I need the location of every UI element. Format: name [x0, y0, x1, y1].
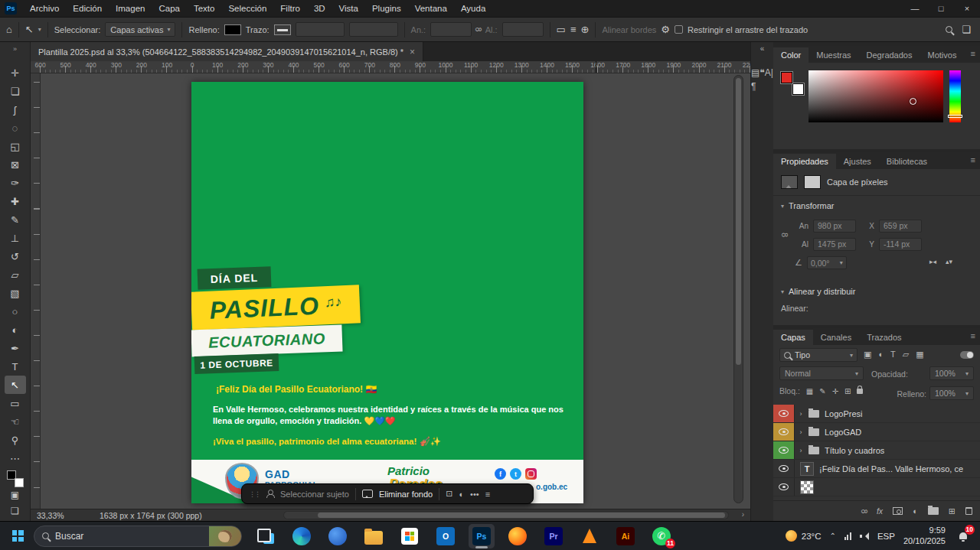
transform-section-header[interactable]: ▾ Transformar — [781, 201, 835, 210]
lock-artboard-icon[interactable]: ⊞ — [844, 387, 851, 395]
lock-all-icon[interactable] — [857, 389, 863, 394]
layer-name[interactable]: ¡Feliz Día del Pas... Valle Hermoso, ce — [819, 464, 963, 474]
eye-icon[interactable] — [779, 428, 789, 435]
flip-vertical-icon[interactable]: ▴▾ — [946, 258, 952, 265]
task-view-button[interactable] — [253, 524, 279, 548]
eye-icon[interactable] — [779, 447, 789, 454]
panel-tab[interactable]: Muestras — [808, 47, 858, 63]
paragraph-panel-icon[interactable]: ¶ — [751, 81, 756, 92]
taskbar-app-outlook[interactable]: O — [433, 524, 459, 548]
stroke-swatch[interactable] — [274, 24, 291, 35]
pen-tool[interactable]: ✒ — [5, 339, 26, 357]
language-indicator[interactable]: ESP — [877, 532, 895, 541]
document-canvas[interactable]: DÍA DEL PASILLO ♫♪ ECUATORIANO 1 DE OCTU… — [191, 82, 583, 503]
eyedropper-tool[interactable]: ✑ — [5, 174, 26, 192]
type-tool[interactable]: T — [5, 357, 26, 376]
panel-menu-icon[interactable]: ≡ — [971, 331, 975, 340]
layer-name[interactable]: LogoGAD — [825, 428, 861, 437]
current-tool-icon[interactable]: ↖ — [25, 24, 34, 35]
panel-tab[interactable]: Trazados — [859, 330, 909, 345]
menu-item[interactable]: Texto — [187, 0, 222, 17]
link-dimensions-icon[interactable]: 8 — [474, 28, 482, 32]
panel-menu-icon[interactable]: ≡ — [971, 49, 975, 58]
properties-sliders-icon[interactable]: ≡ — [485, 490, 490, 499]
menu-item[interactable]: Capa — [152, 0, 187, 17]
link-layers-icon[interactable]: 8 — [861, 509, 869, 513]
character-panel-icon[interactable]: A| — [765, 67, 773, 78]
menu-item[interactable]: Filtro — [273, 0, 307, 17]
expand-group-icon[interactable]: › — [795, 428, 807, 436]
transform-icon[interactable]: ⊡ — [446, 489, 452, 499]
move-tool[interactable]: ✛ — [5, 63, 26, 82]
drag-handle-icon[interactable]: ⋮⋮ — [249, 490, 260, 498]
panel-tab[interactable]: Ajustes — [836, 154, 879, 169]
layer-row[interactable]: › T LogoPresi — [773, 405, 980, 423]
search-icon[interactable] — [946, 26, 952, 33]
filter-smart-object-icon[interactable]: ▦ — [916, 350, 923, 360]
rectangle-tool[interactable]: ▭ — [5, 394, 26, 412]
menu-item[interactable]: Archivo — [23, 0, 66, 17]
vertical-scrollbar[interactable] — [733, 75, 743, 503]
quick-mask-icon[interactable]: ▣ — [11, 490, 19, 503]
blend-mode-dropdown[interactable]: Normal ▾ — [779, 366, 864, 380]
search-highlight-image[interactable] — [209, 526, 241, 547]
link-dimensions-icon[interactable]: 8 — [780, 233, 789, 237]
dimension-field[interactable]: 1475 px — [813, 238, 856, 251]
panel-tab[interactable]: Color — [773, 47, 808, 63]
opacity-field[interactable]: 100% ▾ — [929, 366, 974, 380]
menu-item[interactable]: 3D — [307, 0, 332, 17]
taskbar-app-whatsapp[interactable]: ✆ 11 — [648, 524, 675, 548]
select-mode-dropdown[interactable]: Capas activas ▾ — [105, 22, 175, 37]
gradient-tool[interactable]: ▧ — [5, 284, 26, 302]
align-section-header[interactable]: ▾ Alinear y distribuir — [781, 287, 855, 296]
menu-item[interactable]: Ayuda — [454, 0, 492, 17]
taskbar-search[interactable]: Buscar — [34, 526, 242, 547]
filter-shape-icon[interactable]: ▱ — [903, 350, 909, 360]
notification-center[interactable]: 10 — [954, 527, 972, 545]
foreground-background-swatches[interactable] — [7, 470, 24, 487]
zoom-tool[interactable]: ⚲ — [5, 431, 26, 449]
saturation-value-field[interactable] — [808, 70, 943, 122]
gear-icon[interactable]: ⚙ — [661, 24, 670, 35]
panel-tab[interactable]: Propiedades — [773, 154, 836, 169]
visibility-well[interactable] — [773, 478, 795, 496]
weather-widget[interactable]: 23°C — [786, 530, 822, 542]
width-field[interactable] — [430, 22, 472, 37]
healing-brush-tool[interactable]: ✚ — [5, 192, 26, 210]
tab-close-icon[interactable]: × — [410, 47, 415, 57]
toolbar-collapse-icon[interactable]: » — [13, 45, 17, 56]
panel-tab[interactable]: Capas — [773, 330, 813, 345]
stroke-width-field[interactable] — [296, 22, 345, 37]
layer-filter-dropdown[interactable]: Tipo ▾ — [779, 348, 858, 362]
background-color-swatch[interactable] — [15, 478, 24, 487]
tools-ellipsis[interactable]: ⋯ — [5, 449, 26, 467]
close-button[interactable]: × — [954, 0, 980, 17]
document-tab[interactable]: Plantilla 2025.psd al 33,3% (504664122_5… — [31, 42, 423, 61]
taskbar-app-premiere[interactable]: Pr — [541, 524, 567, 548]
brush-tool[interactable]: ✎ — [5, 210, 26, 229]
lock-transparency-icon[interactable]: ▦ — [806, 387, 813, 395]
dodge-tool[interactable]: ◐ — [5, 321, 26, 339]
visibility-well[interactable] — [773, 405, 795, 422]
eye-icon[interactable] — [779, 465, 789, 472]
layer-row[interactable]: › T LogoGAD — [773, 423, 980, 441]
mask-thumb-icon[interactable] — [804, 175, 821, 189]
filter-toggle[interactable] — [960, 351, 974, 359]
vertical-scrollbar-thumb[interactable] — [736, 78, 741, 365]
vertical-ruler[interactable] — [31, 73, 41, 509]
home-icon[interactable]: ⌂ — [6, 24, 12, 35]
canvas-area[interactable]: DÍA DEL PASILLO ♫♪ ECUATORIANO 1 DE OCTU… — [31, 73, 750, 509]
more-options-icon[interactable]: ••• — [470, 490, 479, 499]
fill-swatch[interactable] — [224, 24, 241, 35]
menu-item[interactable]: Edición — [66, 0, 109, 17]
tool-preset-caret-icon[interactable]: ▾ — [38, 26, 41, 33]
taskbar-app-browser[interactable] — [325, 524, 351, 548]
crop-tool[interactable]: ◱ — [5, 137, 26, 155]
layer-effects-icon[interactable]: fx — [877, 506, 883, 516]
filter-type-icon[interactable]: T — [890, 350, 896, 360]
menu-item[interactable]: Vista — [332, 0, 365, 17]
workspace-switcher-icon[interactable]: ❏ — [962, 24, 971, 35]
horizontal-ruler[interactable]: 6005004003002001000100200300400500600700… — [31, 61, 750, 73]
adjustments-icon[interactable]: ◐ — [459, 490, 464, 499]
history-brush-tool[interactable]: ↺ — [5, 247, 26, 265]
